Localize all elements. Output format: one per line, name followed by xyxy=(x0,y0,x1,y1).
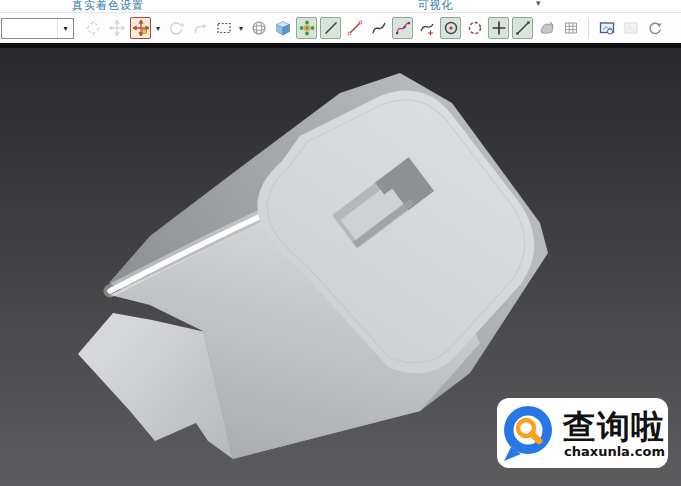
toolbar-button-plus-cross[interactable] xyxy=(488,17,509,39)
toolbar-button-selection-rect[interactable] xyxy=(213,17,234,39)
chaxunla-logo-icon xyxy=(500,403,556,463)
grid-mesh-icon xyxy=(563,20,579,36)
toolbar-button-link-arrow xyxy=(189,17,210,39)
rotate-arrow-icon xyxy=(168,20,184,36)
toolbar-button-move-colored[interactable] xyxy=(130,17,151,39)
toolbar-caret-icon[interactable]: ▾ xyxy=(154,24,162,33)
toolbar-button-move-arrows xyxy=(106,17,127,39)
toolbar-button-circle-center-dot[interactable] xyxy=(440,17,461,39)
image-frame-icon xyxy=(623,20,639,36)
circle-center-dot-icon xyxy=(443,20,459,36)
screen-capture-icon xyxy=(599,20,615,36)
toolbar-button-line-red[interactable] xyxy=(344,17,365,39)
toolbar-button-gizmo-rotate xyxy=(82,17,103,39)
toolbar-button-screen-capture[interactable] xyxy=(596,17,617,39)
toolbar-button-line-diagonal[interactable] xyxy=(320,17,341,39)
ribbon-expand-caret-icon[interactable]: ▾ xyxy=(536,0,541,8)
line-diagonal-icon xyxy=(323,20,339,36)
toolbar-button-curve-plus[interactable] xyxy=(416,17,437,39)
toolbar: ▾ ▾▾ xyxy=(0,13,681,43)
cube-3d-icon xyxy=(275,20,291,36)
line-red-icon xyxy=(347,20,363,36)
viewport-3d[interactable]: 查询啦 chaxunla.com xyxy=(0,43,681,486)
move-colored-icon xyxy=(133,20,149,36)
watermark-title: 查询啦 xyxy=(563,408,665,446)
spline-points-icon xyxy=(395,20,411,36)
refresh-circle-icon xyxy=(647,20,663,36)
toolbar-button-cube-3d[interactable] xyxy=(272,17,293,39)
toolbar-button-curve-s[interactable] xyxy=(368,17,389,39)
ribbon-group-label-visualization[interactable]: 可视化 xyxy=(398,0,473,12)
surface-3d-icon xyxy=(539,20,555,36)
combobox-input[interactable] xyxy=(2,20,57,37)
move-arrows-icon xyxy=(109,20,125,36)
toolbar-button-rotate-arrow xyxy=(165,17,186,39)
line-diagonal-2-icon xyxy=(515,20,531,36)
watermark-domain: chaxunla.com xyxy=(564,445,665,459)
watermark: 查询啦 chaxunla.com xyxy=(497,398,668,468)
toolbar-button-spline-points[interactable] xyxy=(392,17,413,39)
toolbar-button-refresh-circle[interactable] xyxy=(644,17,665,39)
curve-s-icon xyxy=(371,20,387,36)
viewport-top-edge xyxy=(0,43,681,48)
gizmo-rotate-icon xyxy=(85,20,101,36)
ribbon-group-labels: 真实着色设置 可视化 ▾ xyxy=(0,0,681,13)
toolbar-separator xyxy=(588,18,589,38)
toolbar-button-grid-mesh[interactable] xyxy=(560,17,581,39)
circle-dashed-icon xyxy=(467,20,483,36)
style-combobox[interactable]: ▾ xyxy=(1,18,74,39)
curve-plus-icon xyxy=(419,20,435,36)
toolbar-button-line-diagonal-2[interactable] xyxy=(512,17,533,39)
toolbar-button-circle-dashed[interactable] xyxy=(464,17,485,39)
watermark-text: 查询啦 chaxunla.com xyxy=(556,408,665,459)
toolbar-button-image-frame xyxy=(620,17,641,39)
toolbar-button-snap-points[interactable] xyxy=(296,17,317,39)
ribbon-group-label-shading[interactable]: 真实着色设置 xyxy=(58,0,158,12)
sphere-wireframe-icon xyxy=(251,20,267,36)
app-window: 真实着色设置 可视化 ▾ ▾ ▾▾ xyxy=(0,0,681,486)
selection-rect-icon xyxy=(216,20,232,36)
plus-cross-icon xyxy=(491,20,507,36)
snap-points-icon xyxy=(299,20,315,36)
toolbar-buttons: ▾▾ xyxy=(82,17,665,39)
combobox-dropdown-icon[interactable]: ▾ xyxy=(57,19,73,38)
toolbar-button-surface-3d[interactable] xyxy=(536,17,557,39)
link-arrow-icon xyxy=(192,20,208,36)
toolbar-caret-icon[interactable]: ▾ xyxy=(237,24,245,33)
toolbar-button-sphere-wireframe[interactable] xyxy=(248,17,269,39)
